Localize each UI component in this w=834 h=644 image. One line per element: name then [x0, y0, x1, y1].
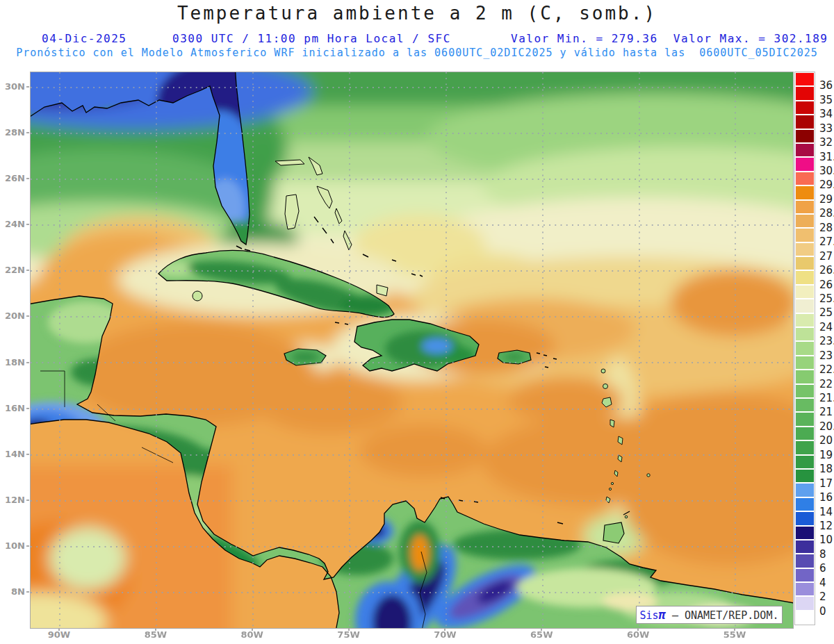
forecast-date: 04-Dic-2025 [42, 32, 126, 45]
attribution-text: – ONAMET/REP.DOM. [666, 609, 779, 622]
colorbar-cell [796, 527, 814, 539]
colorbar-tick-label: 20.5 [819, 420, 834, 434]
colorbar-tick-label: 17 [819, 477, 834, 490]
colorbar-cell [796, 413, 814, 425]
colorbar-tick-label: 29.7 [819, 178, 834, 192]
colorbar-cell [796, 299, 814, 312]
lat-tick-mark [26, 591, 29, 593]
colorbar-cell [796, 370, 814, 383]
lon-tick-mark [58, 628, 60, 631]
colorbar-cell [796, 597, 814, 609]
colorbar-cell [796, 243, 814, 256]
colorbar-tick-label: 24 [819, 320, 834, 334]
value-min-label: Valor Min. = 279.36 [511, 32, 658, 45]
pi-symbol: π [659, 608, 666, 622]
attribution-box: Sisπ – ONAMET/REP.DOM. [636, 606, 783, 624]
colorbar-tick-label: 12 [819, 519, 834, 533]
colorbar-cell [796, 172, 814, 185]
colorbar-cell [796, 186, 814, 199]
island-puerto-rico [498, 350, 531, 364]
colorbar-tick-label: 0 [819, 604, 834, 618]
colorbar-cell [796, 385, 814, 397]
colorbar-cell [796, 215, 814, 227]
sispi-logo-text: Sis [640, 609, 659, 622]
lat-tick-label: 14N [0, 447, 25, 461]
colorbar-tick-label: 22 [819, 377, 834, 391]
colorbar-tick-label: 8 [819, 547, 834, 561]
colorbar-tick-label: 26.5 [819, 263, 834, 277]
colorbar-cell [796, 328, 814, 340]
colorbar-cell [796, 271, 814, 283]
lat-tick-mark [26, 499, 29, 501]
colorbar-cell [796, 427, 814, 440]
lat-tick-label: 10N [0, 539, 25, 553]
page-title: Temperatura ambiente a 2 m (C, somb.) [0, 3, 834, 24]
header-subline: 04-Dic-2025 0300 UTC / 11:00 pm Hora Loc… [0, 32, 834, 44]
colorbar-cell [796, 498, 814, 511]
colorbar-tick-label: 6 [819, 561, 834, 575]
lon-tick-label: 75W [337, 629, 359, 640]
colorbar-tick-label: 18 [819, 462, 834, 476]
lat-tick-mark [26, 408, 29, 409]
value-max-label: Valor Max. = 302.189 [673, 32, 828, 45]
lat-tick-label: 22N [0, 263, 25, 277]
colorbar-cell [796, 257, 814, 270]
colorbar-tick-label: 28 [819, 221, 834, 235]
colorbar-tick-label: 21.5 [819, 391, 834, 405]
colorbar-cell [796, 101, 814, 114]
lon-tick-mark [155, 628, 156, 631]
colorbar-cell [796, 115, 814, 128]
lat-tick-label: 18N [0, 356, 25, 370]
colorbar-cell [796, 73, 814, 85]
colorbar-tick-label: 29 [819, 192, 834, 206]
colorbar-tick-label: 31.5 [819, 150, 834, 164]
lat-tick-mark [26, 178, 29, 179]
lat-tick-mark [26, 454, 29, 455]
colorbar-cell [796, 356, 814, 369]
colorbar-cell [796, 470, 814, 482]
colorbar-tick-label: 27 [819, 249, 834, 263]
lat-tick-label: 30N [0, 80, 25, 94]
colorbar-tick-label: 20 [819, 434, 834, 447]
colorbar-cell [796, 342, 814, 354]
colorbar-tick-label: 19 [819, 448, 834, 462]
lon-tick-mark [444, 628, 445, 631]
lon-tick-label: 85W [145, 629, 167, 640]
colorbar-tick-label: 14 [819, 505, 834, 519]
lat-tick-label: 16N [0, 402, 25, 415]
colorbar-tick-label: 25.5 [819, 292, 834, 306]
lon-tick-label: 80W [241, 629, 263, 640]
colorbar-tick-label: 32 [819, 135, 834, 149]
lon-tick-mark [734, 628, 735, 631]
lon-tick-mark [252, 628, 253, 631]
lon-tick-label: 70W [434, 629, 456, 640]
colorbar-tick-label: 30.7 [819, 164, 834, 178]
colorbar-cell [796, 484, 814, 496]
lat-tick-label: 12N [0, 493, 25, 507]
forecast-time: 0300 UTC / 11:00 pm Hora Local / SFC [172, 32, 451, 45]
lat-tick-label: 20N [0, 309, 25, 323]
colorbar-cell [796, 554, 814, 567]
colorbar-cell [796, 456, 814, 468]
colorbar-cell [796, 399, 814, 411]
colorbar-tick-label: 36 [819, 79, 834, 92]
lat-tick-label: 28N [0, 126, 25, 140]
colorbar-tick-label: 16 [819, 490, 834, 504]
colorbar-tick-label: 25 [819, 306, 834, 320]
colorbar-cell [796, 314, 814, 327]
colorbar-tick-label: 33 [819, 122, 834, 135]
colorbar-tick-label: 22.5 [819, 363, 834, 377]
colorbar-cell [796, 611, 814, 624]
weather-map-page: Temperatura ambiente a 2 m (C, somb.) 04… [0, 0, 834, 644]
colorbar-tick-label: 23 [819, 349, 834, 363]
colorbar-cell [796, 583, 814, 595]
lat-tick-mark [26, 86, 29, 88]
lon-tick-label: 90W [48, 629, 70, 640]
colorbar-cell [796, 201, 814, 213]
lat-tick-mark [26, 545, 29, 547]
colorbar-cell [796, 144, 814, 156]
colorbar-tick-label: 4 [819, 576, 834, 590]
lat-tick-mark [26, 315, 29, 317]
lon-tick-mark [541, 628, 542, 631]
lat-tick-mark [26, 224, 29, 225]
